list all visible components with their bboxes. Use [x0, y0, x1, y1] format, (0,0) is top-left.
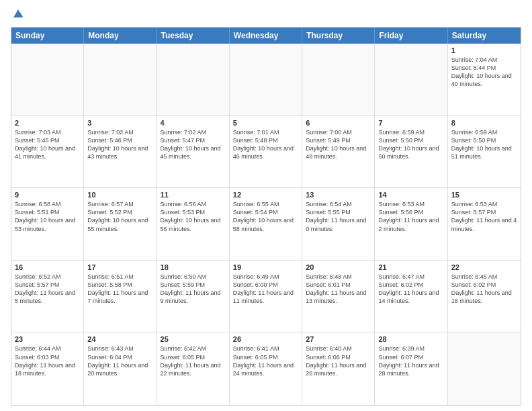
day-number: 1	[451, 46, 517, 54]
calendar-cell: 3Sunrise: 7:02 AM Sunset: 5:46 PM Daylig…	[84, 116, 157, 188]
logo-icon	[12, 8, 24, 20]
calendar-cell: 18Sunrise: 6:50 AM Sunset: 5:59 PM Dayli…	[157, 261, 230, 332]
day-number: 18	[161, 263, 226, 271]
calendar-cell: 8Sunrise: 6:59 AM Sunset: 5:50 PM Daylig…	[448, 116, 521, 188]
day-number: 26	[233, 335, 298, 343]
calendar-cell: 15Sunrise: 6:53 AM Sunset: 5:57 PM Dayli…	[448, 188, 521, 260]
cell-info: Sunrise: 6:50 AM Sunset: 5:59 PM Dayligh…	[161, 273, 226, 306]
calendar-cell	[84, 44, 157, 116]
day-number: 17	[87, 263, 152, 271]
cell-info: Sunrise: 6:54 AM Sunset: 5:55 PM Dayligh…	[306, 200, 371, 233]
logo	[11, 8, 24, 21]
cell-info: Sunrise: 6:44 AM Sunset: 6:03 PM Dayligh…	[15, 345, 80, 377]
day-number: 21	[378, 263, 443, 271]
day-number: 7	[378, 119, 443, 127]
cell-info: Sunrise: 7:01 AM Sunset: 5:48 PM Dayligh…	[233, 128, 298, 161]
calendar-cell	[375, 44, 447, 116]
day-number: 3	[87, 119, 152, 127]
calendar-row-4: 23Sunrise: 6:44 AM Sunset: 6:03 PM Dayli…	[11, 332, 521, 405]
calendar-cell	[448, 332, 521, 405]
cell-info: Sunrise: 6:59 AM Sunset: 5:50 PM Dayligh…	[451, 128, 517, 161]
day-number: 25	[161, 335, 226, 343]
cell-info: Sunrise: 6:59 AM Sunset: 5:50 PM Dayligh…	[378, 128, 443, 161]
calendar-cell	[157, 44, 230, 116]
page: SundayMondayTuesdayWednesdayThursdayFrid…	[0, 0, 532, 411]
day-number: 20	[306, 263, 371, 271]
day-number: 6	[306, 119, 371, 127]
day-number: 23	[15, 335, 80, 343]
calendar-cell: 28Sunrise: 6:39 AM Sunset: 6:07 PM Dayli…	[375, 332, 447, 405]
day-number: 27	[306, 335, 371, 343]
cell-info: Sunrise: 6:52 AM Sunset: 5:57 PM Dayligh…	[15, 273, 80, 306]
day-number: 22	[451, 263, 517, 271]
calendar-cell: 11Sunrise: 6:56 AM Sunset: 5:53 PM Dayli…	[157, 188, 230, 260]
day-number: 5	[233, 119, 298, 127]
cell-info: Sunrise: 7:04 AM Sunset: 5:44 PM Dayligh…	[451, 56, 517, 89]
day-number: 10	[87, 191, 152, 199]
cell-info: Sunrise: 7:00 AM Sunset: 5:49 PM Dayligh…	[306, 128, 371, 161]
weekday-header-wednesday: Wednesday	[230, 28, 302, 44]
cell-info: Sunrise: 6:53 AM Sunset: 5:56 PM Dayligh…	[378, 200, 443, 233]
calendar-cell: 6Sunrise: 7:00 AM Sunset: 5:49 PM Daylig…	[302, 116, 375, 188]
calendar-row-3: 16Sunrise: 6:52 AM Sunset: 5:57 PM Dayli…	[11, 261, 521, 333]
day-number: 8	[451, 119, 517, 127]
day-number: 12	[233, 191, 298, 199]
calendar-cell: 22Sunrise: 6:45 AM Sunset: 6:02 PM Dayli…	[448, 261, 521, 332]
day-number: 19	[233, 263, 298, 271]
calendar-cell: 14Sunrise: 6:53 AM Sunset: 5:56 PM Dayli…	[375, 188, 447, 260]
calendar-cell: 2Sunrise: 7:03 AM Sunset: 5:45 PM Daylig…	[11, 116, 84, 188]
day-number: 11	[161, 191, 226, 199]
cell-info: Sunrise: 6:58 AM Sunset: 5:51 PM Dayligh…	[15, 200, 80, 233]
cell-info: Sunrise: 6:42 AM Sunset: 6:05 PM Dayligh…	[161, 345, 226, 377]
weekday-header-monday: Monday	[84, 28, 157, 44]
cell-info: Sunrise: 7:03 AM Sunset: 5:45 PM Dayligh…	[15, 128, 80, 161]
calendar-cell: 20Sunrise: 6:48 AM Sunset: 6:01 PM Dayli…	[302, 261, 375, 332]
calendar-cell: 25Sunrise: 6:42 AM Sunset: 6:05 PM Dayli…	[157, 332, 230, 405]
weekday-header-tuesday: Tuesday	[157, 28, 230, 44]
day-number: 9	[15, 191, 80, 199]
day-number: 24	[87, 335, 152, 343]
cell-info: Sunrise: 6:55 AM Sunset: 5:54 PM Dayligh…	[233, 200, 298, 233]
calendar-cell: 24Sunrise: 6:43 AM Sunset: 6:04 PM Dayli…	[84, 332, 157, 405]
calendar-cell: 1Sunrise: 7:04 AM Sunset: 5:44 PM Daylig…	[448, 44, 521, 116]
day-number: 13	[306, 191, 371, 199]
calendar-cell	[302, 44, 375, 116]
day-number: 15	[451, 191, 517, 199]
calendar: SundayMondayTuesdayWednesdayThursdayFrid…	[11, 27, 521, 406]
cell-info: Sunrise: 6:39 AM Sunset: 6:07 PM Dayligh…	[378, 345, 443, 377]
cell-info: Sunrise: 6:40 AM Sunset: 6:06 PM Dayligh…	[306, 345, 371, 377]
calendar-cell: 9Sunrise: 6:58 AM Sunset: 5:51 PM Daylig…	[11, 188, 84, 260]
cell-info: Sunrise: 6:47 AM Sunset: 6:02 PM Dayligh…	[378, 273, 443, 306]
calendar-row-1: 2Sunrise: 7:03 AM Sunset: 5:45 PM Daylig…	[11, 116, 521, 189]
cell-info: Sunrise: 6:51 AM Sunset: 5:58 PM Dayligh…	[87, 273, 152, 306]
calendar-body: 1Sunrise: 7:04 AM Sunset: 5:44 PM Daylig…	[11, 44, 521, 405]
day-number: 28	[378, 335, 443, 343]
cell-info: Sunrise: 7:02 AM Sunset: 5:47 PM Dayligh…	[161, 128, 226, 161]
calendar-cell: 19Sunrise: 6:49 AM Sunset: 6:00 PM Dayli…	[230, 261, 302, 332]
day-number: 16	[15, 263, 80, 271]
calendar-cell: 23Sunrise: 6:44 AM Sunset: 6:03 PM Dayli…	[11, 332, 84, 405]
calendar-cell: 13Sunrise: 6:54 AM Sunset: 5:55 PM Dayli…	[302, 188, 375, 260]
day-number: 4	[161, 119, 226, 127]
day-number: 2	[15, 119, 80, 127]
cell-info: Sunrise: 6:56 AM Sunset: 5:53 PM Dayligh…	[161, 200, 226, 233]
calendar-cell: 5Sunrise: 7:01 AM Sunset: 5:48 PM Daylig…	[230, 116, 302, 188]
calendar-cell: 16Sunrise: 6:52 AM Sunset: 5:57 PM Dayli…	[11, 261, 84, 332]
calendar-cell: 7Sunrise: 6:59 AM Sunset: 5:50 PM Daylig…	[375, 116, 447, 188]
header	[11, 8, 521, 21]
weekday-header-thursday: Thursday	[302, 28, 375, 44]
cell-info: Sunrise: 6:45 AM Sunset: 6:02 PM Dayligh…	[451, 273, 517, 306]
calendar-cell: 4Sunrise: 7:02 AM Sunset: 5:47 PM Daylig…	[157, 116, 230, 188]
calendar-row-2: 9Sunrise: 6:58 AM Sunset: 5:51 PM Daylig…	[11, 188, 521, 261]
day-number: 14	[378, 191, 443, 199]
calendar-cell: 27Sunrise: 6:40 AM Sunset: 6:06 PM Dayli…	[302, 332, 375, 405]
cell-info: Sunrise: 6:43 AM Sunset: 6:04 PM Dayligh…	[87, 345, 152, 377]
cell-info: Sunrise: 6:48 AM Sunset: 6:01 PM Dayligh…	[306, 273, 371, 306]
calendar-cell	[11, 44, 84, 116]
weekday-header-saturday: Saturday	[448, 28, 521, 44]
weekday-header-friday: Friday	[375, 28, 447, 44]
calendar-cell	[230, 44, 302, 116]
calendar-cell: 17Sunrise: 6:51 AM Sunset: 5:58 PM Dayli…	[84, 261, 157, 332]
cell-info: Sunrise: 6:49 AM Sunset: 6:00 PM Dayligh…	[233, 273, 298, 306]
cell-info: Sunrise: 6:57 AM Sunset: 5:52 PM Dayligh…	[87, 200, 152, 233]
